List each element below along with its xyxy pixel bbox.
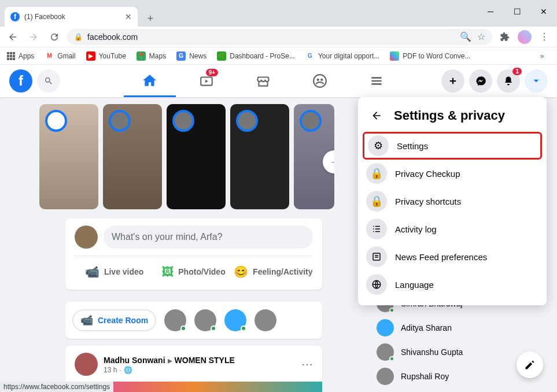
maps-icon: 📍 <box>137 51 146 61</box>
nav-watch[interactable]: 9+ <box>180 65 233 97</box>
bookmark-pdf[interactable]: PDF to Word Conve... <box>390 51 470 61</box>
bookmark-apps[interactable]: Apps <box>7 52 34 60</box>
room-contact-avatar[interactable] <box>254 309 276 331</box>
zoom-icon[interactable]: 🔍 <box>460 31 471 42</box>
new-tab-button[interactable]: + <box>142 10 158 27</box>
bookmark-google[interactable]: G Your digital opport... <box>305 51 379 61</box>
bookmark-label: Dashboard - ProSe... <box>230 52 295 60</box>
menu-item-news-feed-preferences[interactable]: News Feed preferences <box>363 243 542 271</box>
fb-search-button[interactable] <box>37 69 60 93</box>
address-bar[interactable]: 🔒 facebook.com 🔍 ☆ <box>67 29 492 45</box>
bookmark-label: YouTube <box>99 52 126 60</box>
back-button[interactable] <box>5 29 21 45</box>
bookmark-news[interactable]: G News <box>176 51 206 61</box>
watch-badge: 9+ <box>206 69 218 76</box>
window-controls: ─ ☐ ✕ <box>477 0 557 23</box>
feeling-activity-button[interactable]: 😊 Feeling/Activity <box>234 261 313 283</box>
create-room-card: 📹 Create Room <box>65 302 322 339</box>
menu-item-privacy-checkup[interactable]: 🔒 Privacy Checkup <box>363 160 542 187</box>
profile-avatar-button[interactable] <box>518 30 532 44</box>
extensions-button[interactable] <box>497 29 513 45</box>
action-label: Live video <box>104 267 143 276</box>
story-card[interactable] <box>39 104 98 209</box>
caret-down-icon <box>531 76 541 86</box>
apps-grid-icon <box>7 52 15 60</box>
create-button[interactable] <box>441 69 464 93</box>
forward-button[interactable] <box>25 29 42 45</box>
reload-button[interactable] <box>46 29 62 45</box>
messenger-icon <box>475 76 486 86</box>
bookmark-label: Gmail <box>57 52 75 60</box>
story-card[interactable] <box>230 104 289 209</box>
contacts-list: Simran Bhardwaj Aditya Sharan Shivanshu … <box>372 291 545 389</box>
maximize-button[interactable]: ☐ <box>504 0 530 23</box>
fb-header: f 9+ 1 <box>0 65 557 97</box>
browser-tab[interactable]: f (1) Facebook ✕ <box>5 7 138 27</box>
story-card[interactable]: → <box>294 104 334 209</box>
browser-menu-button[interactable]: ⋮ <box>536 29 552 45</box>
menu-item-activity-log[interactable]: Activity log <box>363 215 542 243</box>
arrow-right-icon <box>28 32 39 42</box>
photo-icon: 🖼 <box>162 265 174 279</box>
story-card[interactable] <box>167 104 226 209</box>
bookmark-label: Your digital opport... <box>318 52 379 60</box>
dropdown-back-button[interactable] <box>367 106 386 125</box>
search-icon <box>44 76 53 86</box>
plus-icon <box>448 76 458 86</box>
post-target-name[interactable]: WOMEN STYLE <box>175 356 235 365</box>
notifications-button[interactable]: 1 <box>497 69 520 93</box>
close-window-button[interactable]: ✕ <box>530 0 557 23</box>
room-contact-avatar[interactable] <box>224 309 246 331</box>
nav-menu[interactable] <box>351 65 403 97</box>
menu-label: Privacy Checkup <box>395 169 460 179</box>
action-label: Photo/Video <box>178 267 225 276</box>
bookmarks-overflow[interactable]: » <box>534 48 550 64</box>
live-video-button[interactable]: 📹 Live video <box>75 261 154 283</box>
url-text: facebook.com <box>87 32 138 42</box>
room-contact-avatar[interactable] <box>164 309 186 331</box>
nav-home[interactable] <box>124 65 176 97</box>
stories-next-button[interactable]: → <box>323 150 334 173</box>
menu-label: Settings <box>397 141 428 151</box>
hamburger-icon <box>369 73 384 88</box>
bookmarks-bar: Apps M Gmail ▶ YouTube 📍 Maps G News 🌿 D… <box>0 47 557 65</box>
story-avatar <box>172 110 194 132</box>
menu-item-language[interactable]: Language <box>363 271 542 298</box>
bookmark-dashboard[interactable]: 🌿 Dashboard - ProSe... <box>217 51 295 61</box>
user-avatar[interactable] <box>75 225 98 249</box>
news-icon: G <box>176 51 186 61</box>
photo-video-button[interactable]: 🖼 Photo/Video <box>154 261 233 283</box>
globe-icon <box>366 274 387 295</box>
post-author-avatar[interactable] <box>75 353 98 376</box>
bookmark-youtube[interactable]: ▶ YouTube <box>86 51 126 61</box>
post-menu-button[interactable]: ⋯ <box>301 357 313 371</box>
minimize-button[interactable]: ─ <box>477 0 504 23</box>
composer-input[interactable]: What's on your mind, Arfa? <box>104 225 313 249</box>
star-icon[interactable]: ☆ <box>477 31 485 42</box>
room-contact-avatar[interactable] <box>194 309 216 331</box>
nav-groups[interactable] <box>294 65 346 97</box>
dashboard-icon: 🌿 <box>217 51 226 61</box>
story-card[interactable] <box>103 104 162 209</box>
story-avatar <box>236 110 258 132</box>
messenger-button[interactable] <box>469 69 492 93</box>
bookmark-maps[interactable]: 📍 Maps <box>137 51 166 61</box>
gmail-icon: M <box>45 51 54 61</box>
bell-icon <box>503 76 514 86</box>
bookmark-label: News <box>189 52 206 60</box>
tab-close-icon[interactable]: ✕ <box>125 12 132 21</box>
contact-item[interactable]: Aditya Sharan <box>372 316 545 340</box>
create-room-button[interactable]: 📹 Create Room <box>72 309 156 331</box>
fb-logo[interactable]: f <box>9 69 32 93</box>
menu-item-privacy-shortcuts[interactable]: 🔒 Privacy shortcuts <box>363 187 542 215</box>
globe-icon: 🌐 <box>124 366 132 374</box>
bookmark-gmail[interactable]: M Gmail <box>45 51 75 61</box>
arrow-left-icon <box>371 110 382 121</box>
fb-header-right: 1 <box>441 69 548 93</box>
new-message-fab[interactable] <box>517 352 543 378</box>
account-dropdown-button[interactable] <box>525 69 548 93</box>
post-author-name[interactable]: Madhu Sonwani <box>104 356 165 365</box>
nav-marketplace[interactable] <box>237 65 289 97</box>
menu-item-settings[interactable]: ⚙ Settings <box>363 132 542 160</box>
browser-toolbar: 🔒 facebook.com 🔍 ☆ ⋮ <box>0 27 557 47</box>
